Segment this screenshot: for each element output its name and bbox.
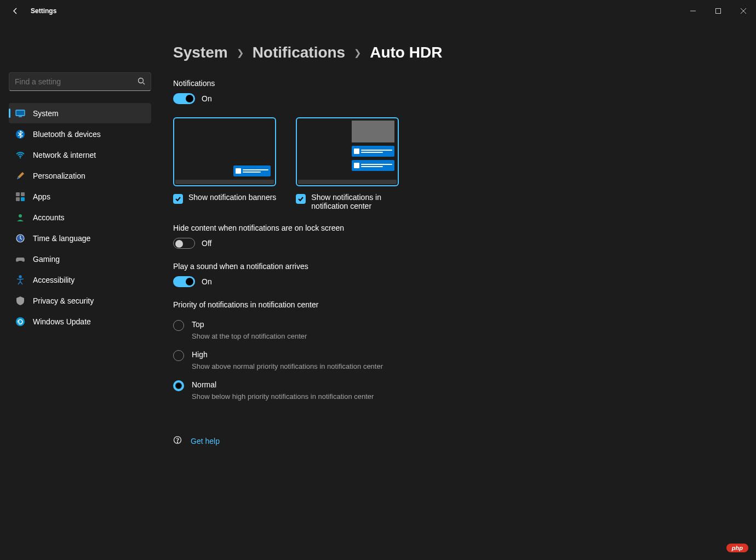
- chevron-right-icon: ❯: [237, 48, 244, 58]
- show-center-checkbox[interactable]: [296, 194, 306, 204]
- svg-point-4: [139, 78, 144, 83]
- priority-label: Priority of notifications in notificatio…: [173, 300, 734, 309]
- play-sound-label: Play a sound when a notification arrives: [173, 262, 734, 271]
- monitor-icon: [15, 108, 25, 118]
- svg-rect-13: [21, 197, 25, 201]
- priority-title: Normal: [192, 380, 374, 389]
- play-sound-state: On: [202, 277, 212, 286]
- maximize-icon: [715, 8, 721, 14]
- breadcrumb-system[interactable]: System: [173, 44, 228, 61]
- chevron-right-icon: ❯: [354, 48, 361, 58]
- sidebar-item-label: Personalization: [33, 172, 85, 180]
- window-controls: [680, 0, 756, 22]
- person-icon: [15, 213, 25, 222]
- arrow-left-icon: [11, 7, 20, 15]
- watermark-badge: php: [726, 544, 748, 552]
- radio-icon: [173, 350, 184, 361]
- sidebar-item-bluetooth[interactable]: Bluetooth & devices: [9, 124, 151, 144]
- priority-option-normal[interactable]: Normal Show below high priority notifica…: [173, 375, 734, 405]
- search-input[interactable]: [15, 77, 138, 86]
- hide-content-state: Off: [202, 239, 211, 248]
- nav-list: System Bluetooth & devices Network & int…: [9, 103, 151, 332]
- maximize-button[interactable]: [706, 0, 731, 22]
- sidebar-item-system[interactable]: System: [9, 103, 151, 123]
- svg-rect-10: [16, 192, 20, 196]
- notifications-label: Notifications: [173, 79, 734, 88]
- breadcrumb-current: Auto HDR: [370, 44, 442, 61]
- priority-desc: Show at the top of notification center: [192, 332, 307, 340]
- svg-line-5: [143, 83, 145, 84]
- play-sound-toggle[interactable]: [173, 276, 195, 287]
- close-icon: [741, 8, 746, 14]
- search-box[interactable]: [9, 72, 151, 91]
- sidebar-item-accessibility[interactable]: Accessibility: [9, 270, 151, 290]
- sidebar-item-time-language[interactable]: Time & language: [9, 228, 151, 248]
- get-help-link[interactable]: Get help: [173, 436, 734, 446]
- show-banners-checkbox[interactable]: [173, 194, 183, 204]
- sidebar-item-label: Accessibility: [33, 276, 75, 284]
- svg-point-19: [177, 442, 177, 442]
- notifications-state: On: [202, 94, 212, 103]
- content-area: System ❯ Notifications ❯ Auto HDR Notifi…: [160, 22, 756, 560]
- sidebar-item-label: System: [33, 109, 59, 118]
- sidebar-item-privacy[interactable]: Privacy & security: [9, 290, 151, 311]
- minimize-icon: [690, 8, 696, 14]
- svg-point-17: [16, 317, 25, 326]
- preview-card-banners: Show notification banners: [173, 117, 276, 210]
- sidebar-item-windows-update[interactable]: Windows Update: [9, 311, 151, 332]
- titlebar: Settings: [0, 0, 756, 22]
- sidebar-item-label: Bluetooth & devices: [33, 130, 101, 139]
- gamepad-icon: [15, 254, 25, 264]
- sidebar-item-network[interactable]: Network & internet: [9, 145, 151, 165]
- priority-option-top[interactable]: Top Show at the top of notification cent…: [173, 315, 734, 345]
- hide-content-toggle[interactable]: [173, 238, 195, 249]
- breadcrumb-notifications[interactable]: Notifications: [253, 44, 346, 61]
- priority-option-high[interactable]: High Show above normal priority notifica…: [173, 345, 734, 375]
- sidebar-item-label: Time & language: [33, 234, 90, 243]
- svg-rect-6: [16, 110, 25, 116]
- svg-rect-12: [16, 197, 20, 201]
- priority-title: Top: [192, 320, 307, 329]
- notifications-toggle[interactable]: [173, 93, 195, 104]
- breadcrumb: System ❯ Notifications ❯ Auto HDR: [173, 44, 734, 61]
- preview-center[interactable]: [296, 117, 399, 186]
- window-title: Settings: [31, 7, 56, 15]
- minimize-button[interactable]: [680, 0, 706, 22]
- sidebar-item-apps[interactable]: Apps: [9, 186, 151, 207]
- sidebar: System Bluetooth & devices Network & int…: [0, 22, 160, 560]
- back-button[interactable]: [10, 5, 21, 16]
- priority-title: High: [192, 350, 383, 359]
- apps-icon: [15, 192, 25, 202]
- help-icon: [173, 436, 182, 446]
- sidebar-item-label: Apps: [33, 192, 50, 201]
- accessibility-icon: [15, 275, 25, 285]
- priority-radio-group: Top Show at the top of notification cent…: [173, 315, 734, 405]
- clock-globe-icon: [15, 233, 25, 243]
- priority-desc: Show above normal priority notifications…: [192, 362, 383, 370]
- svg-point-14: [19, 214, 22, 218]
- svg-rect-1: [716, 9, 721, 14]
- paintbrush-icon: [15, 171, 25, 181]
- svg-rect-11: [21, 192, 25, 196]
- preview-card-center: Show notifications in notification cente…: [296, 117, 403, 210]
- close-button[interactable]: [731, 0, 756, 22]
- help-label: Get help: [191, 437, 220, 445]
- sidebar-item-personalization[interactable]: Personalization: [9, 165, 151, 186]
- sidebar-item-label: Accounts: [33, 213, 65, 222]
- sidebar-item-label: Network & internet: [33, 151, 96, 159]
- sidebar-item-accounts[interactable]: Accounts: [9, 207, 151, 227]
- priority-desc: Show below high priority notifications i…: [192, 392, 374, 401]
- shield-icon: [15, 296, 25, 306]
- radio-checked-icon: [173, 380, 184, 391]
- sidebar-item-label: Windows Update: [33, 317, 91, 326]
- sidebar-item-label: Gaming: [33, 255, 60, 264]
- sidebar-item-gaming[interactable]: Gaming: [9, 249, 151, 269]
- update-icon: [15, 317, 25, 327]
- settings-window: Settings: [0, 0, 756, 560]
- show-banners-label: Show notification banners: [188, 193, 276, 202]
- hide-content-label: Hide content when notifications are on l…: [173, 224, 734, 232]
- bluetooth-icon: [15, 129, 25, 139]
- search-icon: [138, 77, 145, 87]
- preview-banners[interactable]: [173, 117, 276, 186]
- svg-point-16: [19, 276, 21, 278]
